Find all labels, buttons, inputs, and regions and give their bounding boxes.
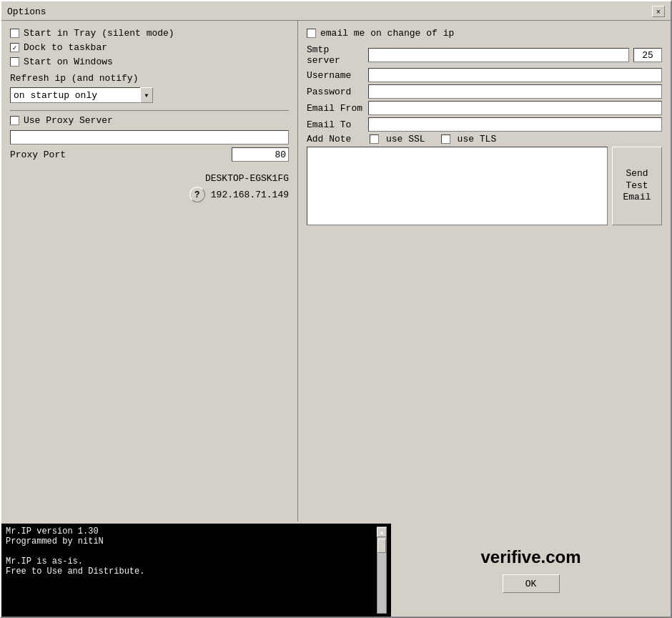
proxy-row: Use Proxy Server	[10, 115, 289, 126]
log-line-2: Programmed by nitiN	[6, 536, 374, 546]
password-input[interactable]	[368, 84, 662, 99]
proxy-port-input[interactable]	[232, 147, 289, 162]
scroll-thumb[interactable]	[377, 539, 386, 553]
ip-address: 192.168.71.149	[211, 190, 289, 200]
proxy-input[interactable]	[10, 130, 289, 144]
bottom-section: Mr.IP version 1.30 Programmed by nitiN M…	[1, 524, 671, 617]
ssl-tls-area: use SSL use TLS	[370, 134, 662, 144]
left-panel: Start in Tray (silent mode) Dock to task…	[1, 21, 298, 521]
log-panel: Mr.IP version 1.30 Programmed by nitiN M…	[1, 524, 391, 617]
brand-text: verifive.com	[480, 547, 580, 567]
email-change-row: email me on change of ip	[307, 28, 662, 39]
dock-taskbar-checkbox[interactable]	[10, 43, 19, 52]
proxy-input-wrapper	[10, 130, 289, 144]
email-change-label: email me on change of ip	[320, 28, 454, 39]
log-line-1: Mr.IP version 1.30	[6, 526, 374, 536]
note-area-row: SendTestEmail	[307, 147, 662, 225]
smtp-input[interactable]	[368, 48, 629, 62]
start-tray-row: Start in Tray (silent mode)	[10, 28, 289, 39]
options-window: Options × Start in Tray (silent mode) Do…	[0, 0, 672, 618]
start-windows-row: Start on Windows	[10, 57, 289, 67]
ok-button[interactable]: OK	[503, 574, 560, 593]
start-tray-label: Start in Tray (silent mode)	[24, 28, 174, 39]
start-windows-checkbox[interactable]	[10, 57, 19, 67]
email-from-row: Email From	[307, 101, 662, 115]
info-section: DESKTOP-EGSK1FG ? 192.168.71.149	[10, 173, 289, 202]
add-note-row: Add Note use SSL use TLS	[307, 134, 662, 144]
smtp-port-input[interactable]	[633, 48, 662, 62]
proxy-port-row: Proxy Port	[10, 147, 289, 162]
hostname-text: DESKTOP-EGSK1FG	[10, 173, 289, 184]
content-area: Start in Tray (silent mode) Dock to task…	[1, 21, 671, 521]
dock-taskbar-label: Dock to taskbar	[24, 42, 107, 53]
proxy-label: Use Proxy Server	[24, 115, 113, 126]
use-ssl-checkbox[interactable]	[370, 134, 379, 144]
start-windows-label: Start on Windows	[24, 57, 113, 67]
smtp-label: Smtp server	[307, 44, 364, 66]
log-scrollbar: ▲ ▼	[377, 526, 387, 614]
dock-taskbar-row: Dock to taskbar	[10, 42, 289, 53]
use-tls-label: use TLS	[458, 134, 497, 144]
email-to-label: Email To	[307, 119, 364, 130]
log-text: Mr.IP version 1.30 Programmed by nitiN M…	[6, 526, 377, 614]
use-ssl-label: use SSL	[386, 134, 425, 144]
username-input[interactable]	[368, 68, 662, 82]
proxy-port-label: Proxy Port	[10, 149, 66, 160]
divider-1	[10, 110, 289, 111]
password-row: Password	[307, 84, 662, 99]
title-bar: Options ×	[1, 1, 671, 21]
email-to-input[interactable]	[368, 117, 662, 132]
add-note-label: Add Note	[307, 134, 364, 144]
smtp-row: Smtp server	[307, 44, 662, 66]
send-test-email-button[interactable]: SendTestEmail	[612, 147, 662, 225]
scroll-up-button[interactable]: ▲	[377, 527, 387, 537]
right-bottom-panel: verifive.com OK	[391, 524, 671, 617]
ip-row: ? 192.168.71.149	[10, 187, 289, 202]
refresh-section: Refresh ip (and notify) on startup only …	[10, 73, 289, 103]
log-line-4: Mr.IP is as-is.	[6, 556, 374, 566]
note-textarea[interactable]	[307, 147, 608, 225]
proxy-checkbox[interactable]	[10, 116, 19, 125]
help-button[interactable]: ?	[189, 187, 205, 202]
email-to-row: Email To	[307, 117, 662, 132]
username-label: Username	[307, 70, 364, 81]
window-title: Options	[7, 6, 46, 17]
email-from-input[interactable]	[368, 101, 662, 115]
password-label: Password	[307, 87, 364, 97]
start-tray-checkbox[interactable]	[10, 29, 19, 38]
username-row: Username	[307, 68, 662, 82]
email-change-checkbox[interactable]	[307, 29, 316, 38]
log-line-3	[6, 546, 374, 556]
refresh-label: Refresh ip (and notify)	[10, 73, 289, 84]
use-tls-checkbox[interactable]	[441, 134, 450, 144]
right-panel: email me on change of ip Smtp server Use…	[298, 21, 671, 521]
email-from-label: Email From	[307, 103, 364, 114]
close-button[interactable]: ×	[652, 6, 665, 17]
refresh-dropdown-wrapper: on startup only every 5 min every 10 min…	[10, 87, 153, 103]
refresh-dropdown[interactable]: on startup only every 5 min every 10 min…	[10, 87, 153, 103]
log-line-5: Free to Use and Distribute.	[6, 566, 374, 577]
